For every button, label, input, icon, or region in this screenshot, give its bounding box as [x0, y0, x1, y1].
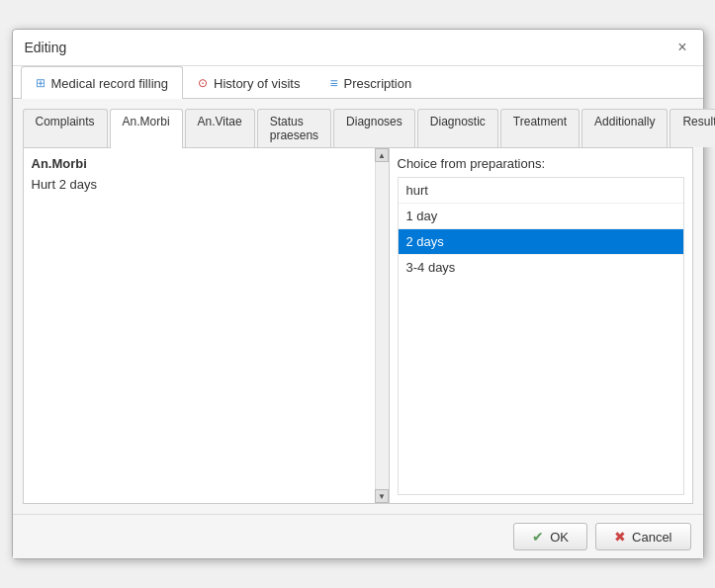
choice-list: hurt 1 day 2 days 3-4 days: [398, 177, 684, 495]
choice-item-2days[interactable]: 2 days: [399, 229, 683, 255]
prescription-icon: [329, 75, 337, 91]
left-panel-title: An.Morbi: [32, 156, 381, 171]
subtab-an-vitae[interactable]: An.Vitae: [185, 109, 255, 147]
subtab-result[interactable]: Result: [670, 109, 715, 147]
ok-button[interactable]: ✔ OK: [513, 523, 587, 550]
ok-icon: ✔: [532, 529, 544, 545]
choice-item-hurt[interactable]: hurt: [399, 178, 683, 204]
subtab-status-praesens[interactable]: Status praesens: [257, 109, 331, 147]
right-panel: Choice from preparations: hurt 1 day 2 d…: [390, 148, 692, 503]
left-panel: An.Morbi Hurt 2 days ▲ ▼: [24, 148, 390, 503]
left-panel-content: Hurt 2 days: [32, 177, 381, 495]
main-tabs: Medical record filling History of visits…: [13, 66, 703, 99]
dialog-body: Complaints An.Morbi An.Vitae Status prae…: [13, 99, 703, 514]
dialog-footer: ✔ OK ✖ Cancel: [13, 514, 703, 558]
tab-history-visits[interactable]: History of visits: [183, 66, 314, 99]
cancel-icon: ✖: [614, 529, 626, 545]
choice-item-1day[interactable]: 1 day: [399, 204, 683, 229]
history-icon: [198, 76, 208, 90]
close-button[interactable]: ×: [673, 38, 690, 57]
ok-label: OK: [550, 530, 569, 545]
dialog-title: Editing: [25, 40, 67, 55]
scrollbar[interactable]: ▲ ▼: [375, 148, 389, 503]
subtab-diagnoses[interactable]: Diagnoses: [333, 109, 415, 147]
cancel-label: Cancel: [632, 530, 671, 545]
subtab-additionally[interactable]: Additionally: [581, 109, 668, 147]
sub-tabs: Complaints An.Morbi An.Vitae Status prae…: [23, 109, 693, 148]
tab-medical-record[interactable]: Medical record filling: [21, 66, 184, 99]
tab-history-visits-label: History of visits: [214, 76, 300, 91]
medical-icon: [36, 76, 45, 90]
choice-item-3-4days[interactable]: 3-4 days: [399, 255, 683, 280]
content-area: An.Morbi Hurt 2 days ▲ ▼ Choice from pre…: [23, 148, 693, 504]
tab-medical-record-label: Medical record filling: [51, 76, 169, 91]
subtab-diagnostic[interactable]: Diagnostic: [417, 109, 498, 147]
tab-prescription-label: Prescription: [344, 76, 412, 91]
scroll-thumb[interactable]: [376, 162, 389, 489]
scroll-down-arrow[interactable]: ▼: [375, 489, 389, 503]
subtab-complaints[interactable]: Complaints: [23, 109, 108, 147]
subtab-treatment[interactable]: Treatment: [500, 109, 580, 147]
subtab-an-morbi[interactable]: An.Morbi: [110, 109, 183, 148]
titlebar: Editing ×: [13, 30, 703, 66]
cancel-button[interactable]: ✖ Cancel: [595, 523, 690, 550]
right-panel-title: Choice from preparations:: [398, 156, 684, 171]
scroll-up-arrow[interactable]: ▲: [375, 148, 389, 162]
editing-dialog: Editing × Medical record filling History…: [12, 29, 704, 559]
tab-prescription[interactable]: Prescription: [314, 66, 426, 99]
